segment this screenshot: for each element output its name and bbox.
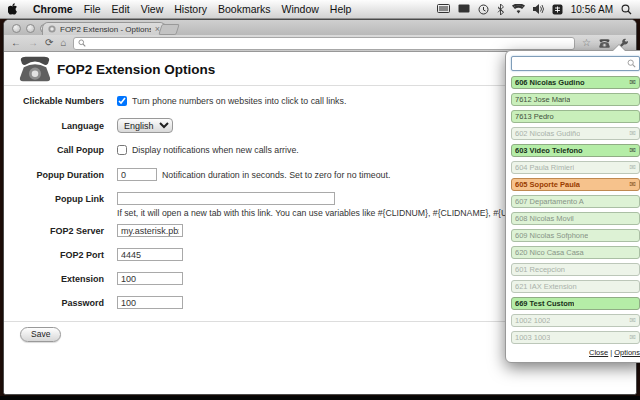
menu-item-file[interactable]: File (84, 3, 101, 15)
extension-list-item[interactable]: 608 Nicolas Movil (511, 212, 640, 225)
checkbox-description: Turn phone numbers on websites into clic… (132, 96, 346, 106)
extension-list-item[interactable]: 607 Departamento A (511, 195, 640, 208)
menu-bar-status-area: 10:56 AM (437, 4, 632, 15)
extension-search-input[interactable] (515, 58, 627, 69)
close-link[interactable]: Close (589, 348, 608, 357)
extension-list-item[interactable]: 606 Nicolas Gudino✉ (511, 76, 640, 89)
close-window-button[interactable] (12, 24, 21, 33)
options-link[interactable]: Options (614, 348, 640, 357)
tab-title: FOP2 Extension - Options (60, 25, 151, 34)
extension-label: 1002 1002 (515, 315, 550, 326)
extension-list-item[interactable]: 605 Soporte Paula✉ (511, 178, 640, 191)
time-machine-icon[interactable] (478, 4, 489, 15)
fop2-extension-icon[interactable] (598, 38, 611, 49)
form-row-clickable-numbers: Clickable Numbers Turn phone numbers on … (4, 96, 484, 106)
extension-label: 605 Soporte Paula (515, 179, 580, 190)
field-label: Call Popup (4, 145, 104, 155)
popup-link-input[interactable] (117, 192, 335, 205)
extension-search-box[interactable] (511, 56, 640, 71)
voicemail-envelope-icon[interactable]: ✉ (629, 129, 636, 138)
tab-fop2-options[interactable]: FOP2 Extension - Options × (42, 22, 166, 35)
save-button[interactable]: Save (20, 327, 61, 342)
bluetooth-icon[interactable] (497, 4, 504, 15)
extension-input[interactable] (117, 272, 183, 285)
voicemail-envelope-icon[interactable]: ✉ (629, 146, 636, 155)
extension-label: 7612 Jose Maria (515, 94, 570, 105)
menu-bar: ChromeFileEditViewHistoryBookmarksWindow… (0, 0, 640, 19)
extension-list-item[interactable]: 603 Video Telefono✉ (511, 144, 640, 157)
extension-list-item[interactable]: 604 Paula Rimieri✉ (511, 161, 640, 174)
password-input[interactable] (117, 296, 183, 309)
field-label: Clickable Numbers (4, 96, 104, 106)
desktop-edge (0, 396, 640, 400)
voicemail-envelope-icon[interactable]: ✉ (629, 163, 636, 172)
extension-list-item[interactable]: 609 Nicolas Sofphone (511, 229, 640, 242)
input-menu-icon[interactable] (552, 4, 563, 15)
tab-strip: FOP2 Extension - Options × (4, 20, 636, 35)
forward-icon[interactable]: → (28, 38, 38, 48)
back-icon[interactable]: ← (11, 38, 21, 48)
field-description: Notification duration in seconds. Set to… (162, 170, 390, 180)
field-label: Popup Link (4, 194, 104, 204)
extension-list-item[interactable]: 7612 Jose Maria (511, 93, 640, 106)
menu-item-chrome[interactable]: Chrome (33, 3, 73, 15)
form-row-extension: Extension (4, 272, 484, 285)
search-icon (627, 59, 636, 68)
search-icon (78, 39, 86, 47)
call-popup-checkbox[interactable] (117, 145, 127, 155)
fop2-port-input[interactable] (117, 248, 183, 261)
menu-item-help[interactable]: Help (330, 3, 352, 15)
popup-arrow-fill (613, 45, 625, 51)
extension-label: 606 Nicolas Gudino (515, 77, 585, 88)
form-row-fop2-server: FOP2 Server (4, 224, 484, 237)
menu-item-bookmarks[interactable]: Bookmarks (218, 3, 271, 15)
clickable-numbers-checkbox[interactable] (117, 96, 127, 106)
popup-duration-input[interactable] (117, 168, 157, 181)
bookmark-star-icon[interactable]: ☆ (582, 38, 591, 48)
reload-icon[interactable]: ⟳ (45, 38, 53, 48)
field-label: FOP2 Server (4, 226, 104, 236)
menu-clock[interactable]: 10:56 AM (571, 4, 613, 15)
extension-list-item[interactable]: 601 Recepcion (511, 263, 640, 276)
spotlight-icon[interactable] (621, 4, 632, 15)
form-row-call-popup: Call Popup Display notifications when ne… (4, 145, 484, 155)
menu-item-history[interactable]: History (174, 3, 207, 15)
extension-list-item[interactable]: 1003 1003✉ (511, 331, 640, 344)
voicemail-envelope-icon[interactable]: ✉ (629, 316, 636, 325)
form-row-password: Password (4, 296, 484, 309)
home-icon[interactable]: ⌂ (60, 38, 66, 48)
fop2-server-input[interactable] (117, 224, 183, 237)
extension-list-item[interactable]: 7613 Pedro (511, 110, 640, 123)
menu-item-edit[interactable]: Edit (112, 3, 130, 15)
extension-label: 7613 Pedro (515, 111, 554, 122)
address-bar[interactable] (73, 37, 575, 50)
extension-list-item[interactable]: 621 IAX Extension (511, 280, 640, 293)
new-tab-button[interactable] (158, 24, 180, 35)
language-select[interactable]: English (117, 118, 173, 133)
rotary-phone-icon (16, 55, 54, 87)
menu-items: ChromeFileEditViewHistoryBookmarksWindow… (22, 3, 351, 15)
menu-item-view[interactable]: View (141, 3, 164, 15)
field-label: Extension (4, 274, 104, 284)
extension-list-item[interactable]: 620 Nico Casa Casa (511, 246, 640, 259)
wifi-icon[interactable] (512, 4, 525, 14)
volume-icon[interactable] (533, 4, 544, 14)
extension-label: 601 Recepcion (515, 264, 565, 275)
menu-item-window[interactable]: Window (281, 3, 318, 15)
voicemail-envelope-icon[interactable]: ✉ (629, 180, 636, 189)
display-icon[interactable] (437, 4, 450, 14)
displays-mirroring-icon[interactable] (458, 4, 470, 14)
apple-logo-icon[interactable] (8, 3, 18, 15)
voicemail-envelope-icon[interactable]: ✉ (629, 78, 636, 87)
extension-list-item[interactable]: 602 Nicolas Gudiño✉ (511, 127, 640, 140)
extension-label: 602 Nicolas Gudiño (515, 128, 580, 139)
form-row-fop2-port: FOP2 Port (4, 248, 484, 261)
extension-label: 603 Video Telefono (515, 145, 583, 156)
voicemail-envelope-icon[interactable]: ✉ (629, 333, 636, 342)
field-label: FOP2 Port (4, 250, 104, 260)
minimize-window-button[interactable] (26, 24, 35, 33)
extension-list-item[interactable]: 669 Test Custom (511, 297, 640, 310)
extension-list: 606 Nicolas Gudino✉7612 Jose Maria7613 P… (511, 76, 640, 344)
tab-favicon (48, 25, 56, 33)
extension-list-item[interactable]: 1002 1002✉ (511, 314, 640, 327)
